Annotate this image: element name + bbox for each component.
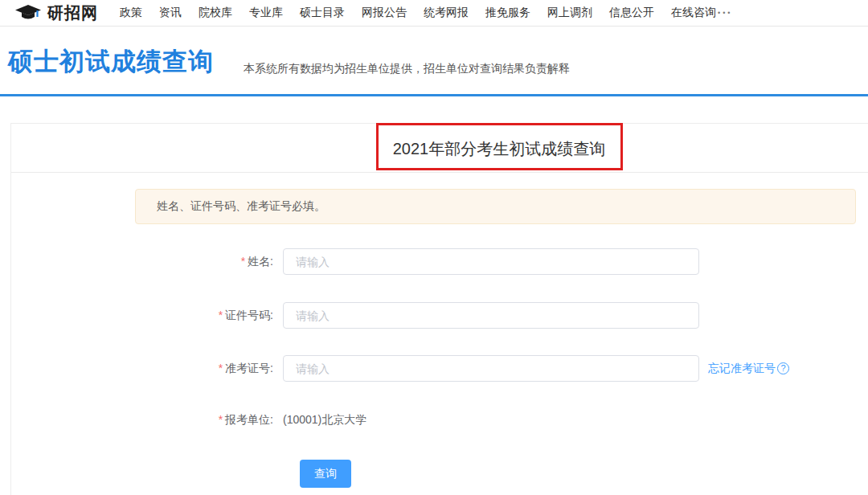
nav-item-资讯[interactable]: 资讯 bbox=[159, 6, 182, 20]
required-asterisk: * bbox=[241, 255, 245, 268]
alert-text: 姓名、证件号码、准考证号必填。 bbox=[157, 199, 326, 214]
nav-item-政策[interactable]: 政策 bbox=[120, 6, 142, 20]
name-label: *姓名: bbox=[108, 248, 273, 275]
institution-value: (10001)北京大学 bbox=[283, 411, 366, 428]
query-panel: 2021年部分考生初试成绩查询 姓名、证件号码、准考证号必填。 *姓名: *证件… bbox=[10, 123, 868, 495]
panel-heading: 2021年部分考生初试成绩查询 bbox=[393, 138, 606, 160]
required-asterisk: * bbox=[219, 309, 223, 321]
nav-item-统考网报[interactable]: 统考网报 bbox=[424, 6, 469, 20]
panel-heading-row: 2021年部分考生初试成绩查询 bbox=[11, 124, 868, 173]
nav-more-button[interactable]: ••• bbox=[718, 9, 732, 17]
admission-ticket-input[interactable] bbox=[283, 355, 699, 382]
admission-ticket-label: *准考证号: bbox=[108, 355, 273, 382]
nav-item-信息公开[interactable]: 信息公开 bbox=[609, 6, 654, 20]
top-navigation-bar: 研招网 政策资讯院校库专业库硕士目录网报公告统考网报推免服务网上调剂信息公开在线… bbox=[0, 0, 868, 27]
logo-text: 研招网 bbox=[47, 2, 98, 24]
nav-item-专业库[interactable]: 专业库 bbox=[249, 6, 283, 20]
nav-item-硕士目录[interactable]: 硕士目录 bbox=[300, 6, 345, 20]
nav-item-推免服务[interactable]: 推免服务 bbox=[485, 6, 530, 20]
forgot-ticket-link[interactable]: 忘记准考证号 ? bbox=[708, 355, 789, 382]
nav-item-网报公告[interactable]: 网报公告 bbox=[362, 6, 407, 20]
help-question-icon[interactable]: ? bbox=[777, 362, 789, 374]
required-asterisk: * bbox=[219, 413, 223, 426]
page-subtitle: 本系统所有数据均为招生单位提供，招生单位对查询结果负责解释 bbox=[244, 62, 570, 76]
id-number-label: *证件号码: bbox=[108, 302, 273, 329]
institution-label: *报考单位: bbox=[108, 411, 273, 428]
nav-item-网上调剂[interactable]: 网上调剂 bbox=[547, 6, 592, 20]
nav-item-院校库[interactable]: 院校库 bbox=[199, 6, 232, 20]
main-nav: 政策资讯院校库专业库硕士目录网报公告统考网报推免服务网上调剂信息公开在线咨询 bbox=[120, 6, 716, 20]
required-fields-alert: 姓名、证件号码、准考证号必填。 bbox=[135, 189, 856, 224]
name-input[interactable] bbox=[283, 248, 699, 275]
required-asterisk: * bbox=[219, 362, 223, 374]
nav-item-在线咨询[interactable]: 在线咨询 bbox=[671, 6, 716, 20]
query-submit-button[interactable]: 查询 bbox=[300, 460, 351, 488]
site-logo[interactable]: 研招网 bbox=[14, 2, 98, 24]
page-title: 硕士初试成绩查询 bbox=[8, 45, 214, 79]
blue-divider bbox=[0, 94, 868, 96]
graduation-cap-icon bbox=[14, 4, 42, 22]
id-number-input[interactable] bbox=[283, 302, 699, 329]
